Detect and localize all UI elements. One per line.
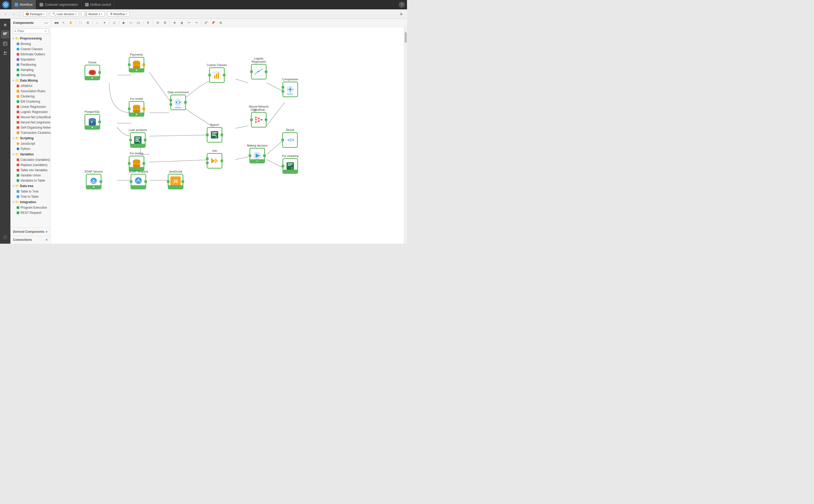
node-for-checking[interactable]: For chacking X — [282, 154, 299, 174]
item-imputation[interactable]: Imputation — [10, 57, 50, 62]
collapse-panel-button[interactable]: ◀◀ — [53, 20, 60, 26]
node-soap-request[interactable]: SOAP Request — [129, 170, 148, 189]
node-for-testing[interactable]: For testing — [129, 152, 144, 171]
add-connection-button[interactable]: + — [45, 237, 48, 242]
node-comparision[interactable]: Comparision Enter — [282, 78, 298, 97]
run-until-button[interactable]: ▷| — [135, 20, 142, 26]
clear-icon[interactable] — [44, 30, 47, 32]
tab-outflow-control[interactable]: Outflow control — [82, 0, 114, 9]
breadcrumb-loan-decision[interactable]: 🔧 Loan decision ▾ — [50, 11, 79, 16]
node-soap-service[interactable]: SOAP Service — [84, 170, 103, 189]
delete-button[interactable]: 🗑 — [178, 20, 185, 26]
node-join[interactable]: Join — [207, 149, 223, 169]
node-payments[interactable]: Payments — [129, 53, 144, 72]
report-box[interactable]: X — [207, 127, 223, 143]
node-data-enrichment[interactable]: Data enrichment Enter — [168, 91, 189, 110]
connect-tool[interactable]: ↔ — [94, 20, 101, 26]
pin-button[interactable]: 📌 — [210, 20, 217, 26]
home-icon[interactable] — [1, 21, 9, 29]
breadcrumb-workflow[interactable]: ⚙ Workflow ▾ — [108, 11, 129, 16]
item-smoothing[interactable]: Smoothing — [10, 72, 50, 78]
for-model-box[interactable] — [129, 101, 144, 117]
item-neural-net-class[interactable]: Neural Net (classification) — [10, 115, 50, 120]
connections-section[interactable]: Connections + — [10, 236, 50, 244]
share-button[interactable]: ⊕ — [398, 11, 405, 17]
sidebar-minimize-button[interactable]: — — [44, 21, 48, 25]
item-logistic-regression[interactable]: Logistic Regression — [10, 109, 50, 115]
item-association-rules[interactable]: Association Rules — [10, 89, 50, 94]
category-data-tree[interactable]: ▾ 📁 Data tree — [10, 183, 50, 189]
join-box[interactable] — [207, 153, 223, 169]
node-report[interactable]: Report X — [207, 123, 223, 143]
connect-dropdown[interactable]: ▾ — [101, 20, 108, 26]
for-testing-box[interactable] — [129, 156, 144, 171]
loan-products-box[interactable]: X — [130, 132, 146, 148]
item-javascript[interactable]: JavaScript — [10, 141, 50, 146]
align-center-button[interactable]: ⊞ — [161, 20, 168, 26]
tab-workflow[interactable]: Workflow — [11, 0, 36, 9]
filter-input[interactable] — [17, 29, 43, 33]
settings-button[interactable]: ⚙ — [144, 20, 151, 26]
category-integration[interactable]: ▾ 📁 Integration — [10, 199, 50, 205]
node-neural-network[interactable]: Neural Network (Classificat... — [247, 105, 271, 128]
item-linear-regression[interactable]: Linear Regression — [10, 104, 50, 109]
soap-request-box[interactable] — [130, 174, 146, 189]
category-scripting[interactable]: ▾ 📁 Scripting — [10, 135, 50, 141]
info-icon[interactable]: ⓘ — [1, 233, 9, 242]
item-eliminate-outliers[interactable]: Eliminate Outliers — [10, 52, 50, 57]
item-partitioning[interactable]: Partitioning — [10, 62, 50, 67]
payments-box[interactable] — [129, 57, 144, 72]
grid-view-button[interactable]: ⊞ — [84, 20, 91, 26]
derived-components-section[interactable]: Derived Components + — [10, 228, 50, 236]
align-left-button[interactable]: ⊟ — [154, 20, 161, 26]
workflow-canvas[interactable]: + Oracle Payments — [51, 27, 407, 244]
help-button[interactable]: ? — [399, 2, 405, 8]
breadcrumb-packages[interactable]: 📦 Packages ▾ — [23, 11, 47, 16]
for-checking-box[interactable]: X — [283, 158, 298, 174]
node-loan-products[interactable]: Loan products X — [129, 128, 147, 148]
run-button[interactable]: ▶ — [120, 20, 127, 26]
item-rest-request[interactable]: REST Request — [10, 210, 50, 215]
item-coarse-classes[interactable]: Coarse Classes — [10, 47, 50, 52]
node-oracle[interactable]: Oracle — [84, 61, 100, 80]
item-em-clustering[interactable]: EM Clustering — [10, 99, 50, 104]
link-button[interactable]: 🔗 — [202, 20, 210, 26]
lasso-tool[interactable]: ⬚ — [77, 20, 84, 26]
item-replace-variables[interactable]: Replace (variables) — [10, 162, 50, 168]
add-derived-button[interactable]: + — [45, 229, 48, 234]
select-tool[interactable]: ↖ — [60, 20, 67, 26]
item-tree-to-table[interactable]: Tree to Table — [10, 194, 50, 199]
item-neural-net-reg[interactable]: Neural Net (regression) — [10, 120, 50, 125]
node-postgresql[interactable]: PostgreSQL P — [84, 110, 100, 130]
node-javascript[interactable]: JavaScript JS — [168, 170, 183, 189]
nav-back-button[interactable]: ‹ — [2, 11, 9, 17]
oracle-box[interactable] — [84, 65, 100, 80]
table-icon[interactable] — [1, 39, 9, 48]
breadcrumb-module1[interactable]: 📋 Module 1 ▾ — [82, 11, 104, 16]
users-icon[interactable] — [1, 49, 9, 57]
coarse-classes-box[interactable] — [209, 67, 225, 83]
workflow-icon[interactable] — [1, 30, 9, 38]
pan-tool[interactable]: ✋ — [67, 20, 74, 26]
node-making-decision[interactable]: Making decision — [247, 144, 268, 163]
javascript-box[interactable]: JS — [168, 174, 183, 189]
item-variable-union[interactable]: Variable Union — [10, 173, 50, 178]
item-binning[interactable]: Binning — [10, 41, 50, 47]
neural-net-box[interactable] — [251, 112, 267, 128]
item-python[interactable]: Python — [10, 146, 50, 151]
undo-button[interactable]: ↩ — [186, 20, 192, 26]
comparision-box[interactable]: Enter — [283, 82, 298, 97]
node-coarse-classes[interactable]: Coarse Classes — [207, 63, 227, 83]
tab-customer-segmentation[interactable]: Customer segmentation — [36, 0, 81, 9]
vertical-scrollbar[interactable] — [404, 27, 407, 244]
run-selected-button[interactable]: ▷ — [128, 20, 134, 26]
item-clustering[interactable]: Clustering — [10, 94, 50, 99]
item-arimax[interactable]: ARIMAX — [10, 83, 50, 89]
arrange-button[interactable]: ⌸ — [111, 20, 117, 26]
node-for-model[interactable]: For model — [129, 97, 144, 117]
scroll-thumb[interactable] — [405, 32, 407, 43]
node-result[interactable]: Result </> — [282, 128, 298, 148]
item-calculator-variables[interactable]: Calculator (variables) — [10, 157, 50, 162]
item-transaction-clustering[interactable]: Transaction Clustering — [10, 130, 50, 135]
postgresql-box[interactable]: P — [84, 114, 100, 130]
